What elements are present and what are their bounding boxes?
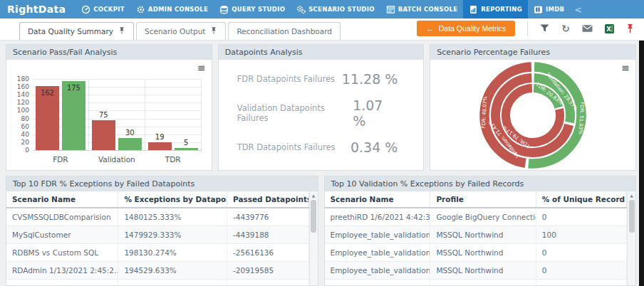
datapoint-stat-row: FDR Datapoints Failures 11.28 % (237, 71, 398, 87)
table-cell: 0 (536, 244, 626, 262)
pin-icon[interactable] (626, 23, 634, 33)
report-tabbar: Data Quality SummaryScenario OutputRecon… (0, 18, 644, 41)
nav-item-batch-console[interactable]: BATCH CONSOLE (380, 0, 464, 18)
column-header-scenario-name[interactable]: Scenario Name (325, 191, 430, 208)
nav-item-query-studio[interactable]: QUERY STUDIO (214, 0, 291, 18)
table-cell: -20919585 (227, 262, 309, 280)
table-row[interactable]: MySqlCustomer1479929.333%-4439188 (6, 226, 308, 244)
table-scrollbar[interactable]: ▲ (309, 191, 318, 285)
nav-item-cockpit[interactable]: COCKPIT (76, 0, 130, 18)
tab-pin-icon[interactable] (210, 26, 217, 36)
scroll-up-icon[interactable]: ▲ (630, 191, 633, 198)
nav-item-imdb[interactable]: IMDB (528, 0, 570, 18)
stat-label: TDR Datapoints Failures (237, 142, 336, 152)
nav-item-scenario-studio[interactable]: SCENARIO STUDIO (291, 0, 380, 18)
top-navbar: RightData COCKPITADMIN CONSOLEQUERY STUD… (0, 0, 644, 18)
column-header-profile[interactable]: Profile (430, 191, 536, 208)
tab-pin-icon[interactable] (118, 26, 125, 36)
tab-reconciliation-dashboard[interactable]: Reconciliation Dashboard (228, 22, 341, 40)
table-cell: 0 (536, 262, 626, 280)
table-cell: MSSQL Northwind (430, 244, 536, 262)
validation-exceptions-table: Scenario NameProfile% of Unique Record C… (325, 191, 628, 285)
table-cell: 198130.274% (118, 244, 227, 262)
table-row[interactable]: vinayRD 12/23/2020 12:09:...144756.780%-… (6, 280, 308, 286)
passfail-panel-title: Scenario Pass/Fail Analysis (6, 45, 212, 60)
column-header--exceptions-by-datapoints[interactable]: % Exceptions by Datapoints (118, 191, 227, 208)
table-row[interactable]: Employee_table_validationMSSQL Northwind… (325, 262, 627, 280)
tab-label: Data Quality Summary (28, 27, 113, 36)
table-cell: 1480125.333% (118, 208, 227, 226)
table-row[interactable]: RDAdmin 1/13/2021 2:45:2...194529.633%-2… (6, 262, 308, 280)
datapoint-stat-row: TDR Datapoints Failures 0.34 % (237, 139, 398, 155)
column-header--of-unique-record-count[interactable]: % of Unique Record Count (536, 191, 626, 208)
scroll-thumb[interactable] (629, 200, 635, 233)
chart-menu-icon[interactable]: ≡ (197, 63, 206, 73)
y-tick-label: 20 (21, 139, 29, 146)
table-cell: Employee_table_validation (325, 262, 430, 280)
table-cell: MSSQL Northwind (430, 226, 536, 244)
dashboard-content: Scenario Pass/Fail Analysis ≡ 0204060801… (0, 41, 644, 286)
database-icon (219, 5, 229, 14)
bar-group-validation: 7530Validation (89, 79, 145, 150)
table-cell: preethiRD 1/6/2021 4:42:36... (325, 208, 430, 226)
gear-icon (136, 5, 145, 14)
y-tick-label: 120 (17, 99, 29, 106)
passfail-panel: Scenario Pass/Fail Analysis ≡ 0204060801… (6, 44, 212, 171)
failures-panel: Scenario Percentage Failures ≡ FDR: 51.9… (430, 44, 636, 171)
tab-data-quality-summary[interactable]: Data Quality Summary (19, 22, 134, 40)
y-tick-label: 40 (21, 131, 29, 138)
table-cell: 1479929.333% (118, 226, 227, 244)
nav-item-label: IMDB (546, 6, 564, 13)
table-row[interactable]: RDBMS vs Custom SQL198130.274%-25616136 (6, 244, 308, 262)
table-cell: -4439188 (227, 226, 309, 244)
nav-item-admin-console[interactable]: ADMIN CONSOLE (130, 0, 214, 18)
excel-icon[interactable]: X (605, 24, 614, 33)
column-header-passed-datapoints-count[interactable]: Passed Datapoints Count (227, 191, 309, 208)
stat-label: Validation Datapoints Failures (237, 103, 353, 123)
table-row[interactable]: preethiRD 1/6/2021 4:42:36...Google BigQ… (325, 208, 627, 226)
gears-icon (296, 5, 306, 14)
bar-value-label: 19 (155, 133, 165, 141)
table-cell: 0 (536, 280, 626, 286)
data-quality-metrics-button[interactable]: ← Data Quality Metrics (417, 21, 515, 36)
table-row[interactable]: Harshitha 1/5/2021 12:27:5...MongoDB0 (325, 280, 627, 286)
table-cell: MSSQL Northwind (430, 262, 536, 280)
tab-scenario-output[interactable]: Scenario Output (136, 22, 226, 40)
filter-icon[interactable] (540, 24, 549, 33)
brand-logo[interactable]: RightData (0, 0, 76, 18)
table-header-row: Scenario NameProfile% of Unique Record C… (325, 191, 627, 208)
passfail-bar-chart: 020406080100120140160180162175FDR7530Val… (33, 79, 202, 151)
fdr-table-title: Top 10 FDR % Exceptions by Failed Datapo… (6, 176, 318, 191)
table-row[interactable]: Employee_table_validationMSSQL Northwind… (325, 226, 627, 244)
scroll-thumb[interactable] (311, 200, 316, 233)
stat-value: 0.34 % (350, 139, 398, 155)
table-cell: RDBMS vs Custom SQL (6, 244, 118, 262)
column-header-scenario-name[interactable]: Scenario Name (6, 191, 118, 208)
table-row[interactable]: CVSMSSQLDBComparision1480125.333%-443977… (6, 208, 308, 226)
y-tick-label: 100 (17, 107, 29, 114)
bar-value-label: 175 (67, 84, 80, 92)
scroll-up-icon[interactable]: ▲ (312, 191, 316, 198)
divider (527, 21, 528, 36)
mail-icon[interactable] (582, 24, 593, 33)
table-cell: -25616136 (227, 244, 309, 262)
tab-label: Scenario Output (145, 27, 205, 36)
refresh-icon[interactable]: ↻ (561, 23, 570, 33)
bar-fail-tdr: 19 (148, 142, 172, 150)
y-tick-label: 0 (25, 147, 29, 154)
table-cell: 194529.633% (118, 262, 227, 280)
bar-value-label: 75 (99, 111, 108, 119)
report-icon (469, 5, 478, 14)
table-row[interactable]: Employee_table_validationMSSQL Northwind… (325, 244, 627, 262)
y-tick-label: 160 (17, 83, 29, 90)
table-scrollbar[interactable]: ▲ (627, 191, 635, 285)
table-cell: RDAdmin 1/13/2021 2:45:2... (6, 262, 118, 280)
nav-item-reporting[interactable]: REPORTING (463, 0, 528, 18)
nav-scroll-left-icon[interactable]: < (570, 0, 586, 18)
datapoints-panel: Datapoints Analysis FDR Datapoints Failu… (218, 44, 425, 171)
chart-menu-icon[interactable]: ≡ (621, 63, 630, 73)
bar-group-tdr: 195TDR (145, 79, 202, 150)
brand-text: RightData (7, 4, 66, 15)
bar-pass-validation: 30 (118, 138, 142, 150)
bar-value-label: 30 (125, 129, 135, 137)
